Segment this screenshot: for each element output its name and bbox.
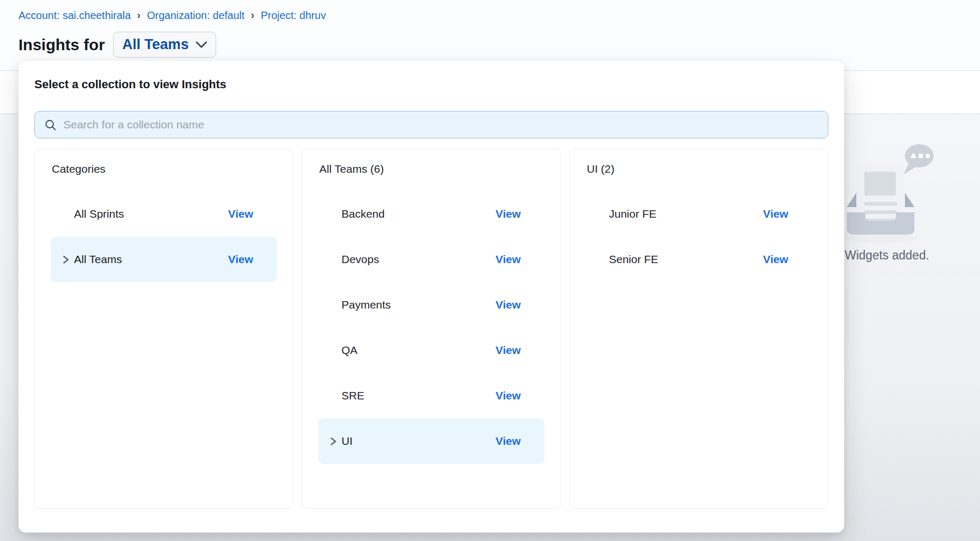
- view-button-junior-fe[interactable]: View: [763, 208, 788, 220]
- view-button-sre[interactable]: View: [496, 389, 521, 402]
- collection-panels: Categories All Sprints View All Teams Vi…: [34, 148, 828, 509]
- panel-ui-header: UI (2): [587, 163, 811, 175]
- panel-categories: Categories All Sprints View All Teams Vi…: [34, 148, 293, 509]
- row-all-teams[interactable]: All Teams View: [51, 237, 277, 282]
- empty-state-message: Widgets added.: [845, 248, 977, 263]
- row-label: Payments: [341, 299, 391, 311]
- row-label: QA: [341, 344, 357, 357]
- breadcrumb-project-link[interactable]: Project: dhruv: [261, 10, 326, 22]
- row-ui[interactable]: UI View: [318, 418, 544, 464]
- row-sre[interactable]: SRE View: [318, 373, 544, 418]
- chevron-right-icon: [62, 255, 69, 264]
- view-button-all-sprints[interactable]: View: [228, 208, 253, 220]
- row-qa[interactable]: QA View: [318, 328, 544, 373]
- row-label: Devops: [341, 253, 379, 266]
- panel-all-teams: All Teams (6) Backend View Devops View P…: [302, 148, 561, 509]
- empty-inbox-illustration: [843, 143, 944, 246]
- breadcrumb-organization-link[interactable]: Organization: default: [147, 10, 245, 22]
- row-label: Senior FE: [609, 253, 658, 266]
- breadcrumb-separator-icon: ›: [137, 9, 141, 21]
- row-label: SRE: [341, 389, 364, 402]
- row-junior-fe[interactable]: Junior FE View: [586, 191, 812, 237]
- row-label: Junior FE: [609, 208, 657, 220]
- row-label: UI: [341, 435, 353, 447]
- row-label: All Teams: [74, 253, 122, 266]
- row-backend[interactable]: Backend View: [318, 191, 544, 237]
- view-button-devops[interactable]: View: [496, 253, 521, 266]
- row-label: All Sprints: [74, 208, 124, 220]
- chevron-right-icon: [330, 437, 337, 446]
- search-icon: [44, 119, 57, 131]
- view-button-payments[interactable]: View: [496, 299, 521, 311]
- panel-all-teams-header: All Teams (6): [319, 163, 543, 175]
- modal-title: Select a collection to view Insights: [34, 78, 828, 91]
- collection-search-box: [34, 111, 828, 138]
- insights-heading-row: Insights for All Teams: [19, 32, 216, 58]
- breadcrumb-account-link[interactable]: Account: sai.cheethirala: [19, 10, 131, 22]
- breadcrumb: Account: sai.cheethirala › Organization:…: [19, 10, 326, 22]
- collection-dropdown-button[interactable]: All Teams: [113, 32, 216, 58]
- view-button-ui[interactable]: View: [496, 435, 521, 447]
- row-senior-fe[interactable]: Senior FE View: [586, 237, 812, 282]
- row-all-sprints[interactable]: All Sprints View: [51, 191, 277, 237]
- row-payments[interactable]: Payments View: [318, 282, 544, 328]
- row-label: Backend: [341, 208, 385, 220]
- row-devops[interactable]: Devops View: [318, 237, 544, 282]
- view-button-backend[interactable]: View: [496, 208, 521, 220]
- collection-picker-modal: Select a collection to view Insights Cat…: [19, 61, 844, 533]
- page-title: Insights for: [19, 36, 105, 54]
- panel-ui: UI (2) Junior FE View Senior FE View: [569, 148, 828, 509]
- empty-state: Widgets added.: [843, 143, 975, 248]
- panel-categories-header: Categories: [52, 163, 276, 175]
- search-input[interactable]: [63, 118, 818, 131]
- breadcrumb-separator-icon: ›: [251, 9, 255, 21]
- view-button-senior-fe[interactable]: View: [763, 253, 788, 266]
- view-button-qa[interactable]: View: [496, 344, 521, 357]
- view-button-all-teams[interactable]: View: [228, 253, 253, 266]
- collection-dropdown-label: All Teams: [122, 36, 189, 53]
- chevron-down-icon: [196, 41, 207, 48]
